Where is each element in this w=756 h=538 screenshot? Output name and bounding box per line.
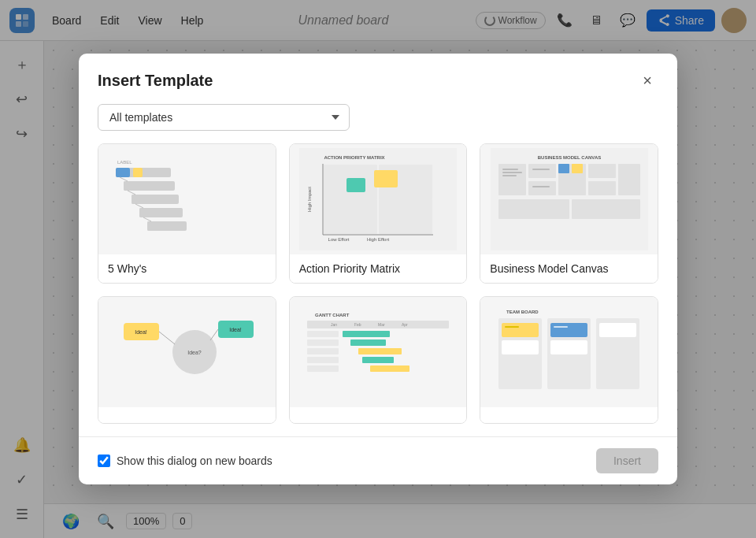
- insert-template-modal: Insert Template × All templates Strategy…: [79, 54, 677, 484]
- svg-rect-29: [374, 170, 398, 187]
- svg-rect-76: [307, 365, 339, 372]
- svg-rect-89: [554, 326, 568, 328]
- svg-rect-68: [307, 331, 339, 337]
- svg-rect-50: [532, 169, 550, 170]
- svg-text:ACTION PRIORITY MATRIX: ACTION PRIORITY MATRIX: [324, 155, 384, 160]
- svg-text:High Effort: High Effort: [367, 237, 390, 242]
- show-dialog-checkbox[interactable]: [98, 455, 110, 467]
- svg-rect-42: [588, 164, 616, 178]
- template-card-action-priority[interactable]: ACTION PRIORITY MATRIX: [289, 143, 468, 284]
- template-label-row2-3: [480, 407, 658, 423]
- svg-rect-75: [362, 357, 394, 363]
- svg-rect-88: [505, 326, 519, 328]
- svg-rect-28: [379, 199, 432, 234]
- svg-rect-44: [618, 164, 640, 195]
- template-label-row2-1: [98, 407, 276, 423]
- template-label-5whys: 5 Why's: [98, 254, 276, 283]
- svg-text:Mar: Mar: [378, 322, 385, 327]
- svg-text:Jan: Jan: [331, 322, 337, 327]
- svg-rect-14: [139, 208, 149, 217]
- svg-rect-40: [558, 164, 569, 173]
- filter-row: All templates Strategy Planning Design E…: [98, 104, 658, 131]
- svg-text:Apr: Apr: [402, 322, 408, 327]
- svg-rect-16: [147, 221, 155, 231]
- svg-rect-69: [343, 331, 390, 337]
- svg-rect-77: [370, 365, 410, 372]
- svg-rect-87: [599, 323, 636, 337]
- svg-rect-83: [502, 323, 539, 337]
- template-card-row2-3[interactable]: TEAM BOARD: [480, 296, 658, 424]
- show-dialog-label: Show this dialog on new boards: [117, 455, 272, 467]
- svg-rect-85: [550, 323, 587, 337]
- modal-close-button[interactable]: ×: [636, 69, 658, 91]
- svg-rect-86: [550, 340, 587, 354]
- template-card-row2-2[interactable]: GANTT CHART Jan Feb Mar Apr: [289, 296, 468, 424]
- modal-body: All templates Strategy Planning Design E…: [79, 104, 677, 436]
- svg-rect-30: [346, 178, 365, 192]
- modal-header: Insert Template ×: [79, 54, 677, 104]
- svg-text:TEAM BOARD: TEAM BOARD: [506, 310, 539, 314]
- modal-title: Insert Template: [98, 72, 213, 90]
- template-thumb-action-priority: ACTION PRIORITY MATRIX: [290, 144, 467, 254]
- svg-rect-74: [307, 357, 339, 363]
- svg-rect-10: [124, 181, 135, 191]
- svg-text:Feb: Feb: [354, 322, 361, 327]
- template-card-business-model[interactable]: BUSINESS MODEL CANVAS: [480, 143, 658, 284]
- template-thumb-row2-3: TEAM BOARD: [480, 297, 658, 407]
- template-thumb-row2-2: GANTT CHART Jan Feb Mar Apr: [290, 297, 467, 407]
- svg-rect-51: [532, 186, 550, 187]
- svg-rect-45: [498, 199, 569, 219]
- template-label-row2-2: [290, 407, 467, 423]
- svg-text:BUSINESS MODEL CANVAS: BUSINESS MODEL CANVAS: [537, 155, 600, 160]
- svg-text:Idea?: Idea?: [188, 350, 202, 355]
- template-label-action-priority: Action Priority Matrix: [290, 254, 467, 283]
- template-card-row2-1[interactable]: Idea? Idea! Idea!: [98, 296, 276, 424]
- svg-rect-37: [528, 164, 556, 178]
- insert-button[interactable]: Insert: [596, 448, 658, 473]
- svg-rect-8: [133, 168, 143, 177]
- template-filter-dropdown[interactable]: All templates Strategy Planning Design E…: [98, 104, 350, 131]
- svg-rect-49: [502, 175, 517, 176]
- template-grid: LABEL: [98, 143, 658, 424]
- template-thumb-row2-1: Idea? Idea! Idea!: [98, 297, 276, 407]
- svg-text:GANTT CHART: GANTT CHART: [315, 313, 350, 317]
- svg-rect-27: [324, 199, 377, 234]
- svg-rect-70: [307, 339, 339, 346]
- svg-rect-43: [588, 181, 616, 195]
- svg-text:Low Effort: Low Effort: [328, 237, 350, 242]
- svg-rect-46: [572, 199, 640, 219]
- svg-rect-84: [502, 340, 539, 354]
- svg-rect-12: [132, 195, 141, 204]
- svg-rect-7: [116, 168, 130, 177]
- modal-footer: Show this dialog on new boards Insert: [79, 436, 677, 484]
- show-dialog-checkbox-row[interactable]: Show this dialog on new boards: [98, 455, 272, 467]
- svg-rect-73: [358, 348, 402, 354]
- template-thumb-5whys: LABEL: [98, 144, 276, 254]
- template-label-business-model: Business Model Canvas: [480, 254, 658, 283]
- svg-rect-72: [307, 348, 339, 354]
- template-thumb-business-model: BUSINESS MODEL CANVAS: [480, 144, 658, 254]
- svg-rect-48: [502, 172, 522, 173]
- template-card-5whys[interactable]: LABEL: [98, 143, 276, 284]
- svg-rect-38: [528, 181, 556, 195]
- svg-text:LABEL: LABEL: [117, 160, 132, 165]
- svg-rect-71: [350, 339, 386, 346]
- modal-overlay: Insert Template × All templates Strategy…: [0, 0, 756, 538]
- svg-rect-47: [502, 169, 518, 170]
- svg-text:Idea!: Idea!: [230, 327, 243, 332]
- svg-rect-41: [572, 164, 583, 173]
- svg-text:High Impact: High Impact: [307, 187, 312, 212]
- svg-text:Idea!: Idea!: [135, 329, 148, 335]
